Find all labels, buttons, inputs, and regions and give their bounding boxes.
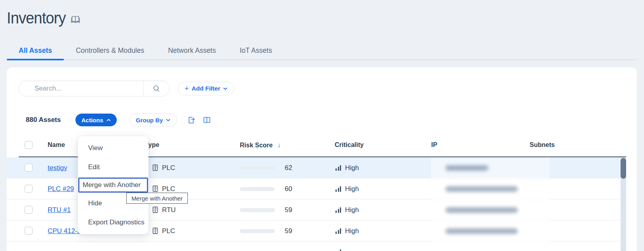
row-checkbox[interactable] [25, 206, 33, 214]
merge-tooltip: Merge with Another [126, 193, 188, 204]
asset-count: 880 Assets [26, 116, 61, 124]
asset-name-link[interactable]: PLC #29 [48, 185, 74, 193]
search-button[interactable] [144, 81, 169, 96]
search-icon [152, 85, 160, 93]
add-filter-label: Add Filter [192, 85, 220, 92]
menu-item-view[interactable]: View [78, 140, 148, 156]
search-input[interactable] [19, 85, 143, 93]
row-checkbox[interactable] [25, 227, 33, 235]
column-header-ip[interactable]: IP [431, 141, 437, 149]
asset-type-label: PLC [162, 185, 175, 193]
search-bar [19, 81, 170, 97]
columns-button[interactable] [201, 114, 212, 126]
vertical-scrollbar[interactable] [621, 157, 626, 251]
row-checkbox[interactable] [25, 185, 33, 193]
scrollbar-thumb[interactable] [621, 158, 626, 179]
actions-button[interactable]: Actions [75, 114, 117, 126]
column-header-subnets[interactable]: Subnets [530, 141, 555, 149]
asset-type-label: RTU [162, 206, 176, 214]
risk-score-value: 59 [285, 199, 292, 220]
tab-all-assets[interactable]: All Assets [7, 42, 64, 59]
export-icon [187, 116, 195, 124]
asset-name-link[interactable]: testigy [48, 164, 67, 172]
page-title-text: Inventory [7, 9, 66, 27]
criticality-bars-icon [335, 186, 341, 192]
rtu-icon [152, 206, 159, 214]
inventory-tabs: All Assets Controllers & Modules Network… [7, 42, 637, 60]
add-filter-button[interactable]: + Add Filter [178, 82, 234, 95]
asset-type-label: PLC [162, 164, 175, 172]
book-icon [71, 15, 80, 24]
columns-icon [203, 116, 211, 124]
plc-icon [152, 164, 159, 172]
tab-controllers-modules[interactable]: Controllers & Modules [64, 42, 156, 59]
asset-type-label: PLC [162, 227, 175, 235]
menu-item-edit[interactable]: Edit [78, 159, 148, 176]
row-checkbox[interactable] [25, 164, 33, 172]
criticality-label: High [345, 227, 359, 235]
risk-score-value: 62 [285, 157, 292, 178]
chevron-down-icon [166, 119, 170, 122]
tab-iot-assets[interactable]: IoT Assets [228, 42, 284, 59]
plus-icon: + [185, 85, 189, 93]
risk-score-bar [240, 208, 275, 212]
table-row-partial[interactable] [7, 241, 621, 251]
export-button[interactable] [185, 114, 197, 126]
risk-score-value: 59 [285, 220, 292, 241]
criticality-label: High [345, 206, 359, 214]
group-by-label: Group By [136, 117, 163, 124]
criticality-bars-icon [335, 249, 341, 251]
actions-menu: View Edit Merge with Another Hide Export… [78, 136, 148, 234]
tab-network-assets[interactable]: Network Assets [156, 42, 228, 59]
criticality-bars-icon [335, 165, 341, 171]
plc-icon [152, 227, 159, 235]
menu-item-export-diagnostics[interactable]: Export Diagnostics [78, 214, 148, 231]
chevron-up-icon [106, 119, 111, 122]
actions-button-label: Actions [81, 117, 103, 124]
column-header-risk-score[interactable]: Risk Score↓ [240, 141, 281, 149]
criticality-label: High [345, 164, 359, 172]
criticality-bars-icon [335, 228, 341, 234]
page-title: Inventory [7, 9, 80, 27]
plc-icon [152, 185, 159, 193]
menu-item-merge-with-another[interactable]: Merge with Another [78, 178, 148, 193]
inventory-page: Inventory All Assets Controllers & Modul… [0, 0, 644, 251]
group-by-button[interactable]: Group By [129, 114, 177, 126]
asset-name-link[interactable]: RTU #1 [48, 206, 71, 214]
column-header-criticality[interactable]: Criticality [335, 141, 364, 149]
risk-score-value: 60 [285, 178, 292, 199]
column-header-name[interactable]: Name [48, 141, 65, 149]
sort-desc-icon[interactable]: ↓ [278, 141, 281, 149]
select-all-checkbox[interactable] [25, 141, 33, 149]
risk-score-bar [240, 187, 275, 191]
risk-score-bar [240, 166, 275, 170]
chevron-down-icon [223, 87, 228, 90]
criticality-label: High [345, 185, 359, 193]
criticality-bars-icon [335, 207, 341, 213]
risk-score-bar [240, 229, 275, 233]
